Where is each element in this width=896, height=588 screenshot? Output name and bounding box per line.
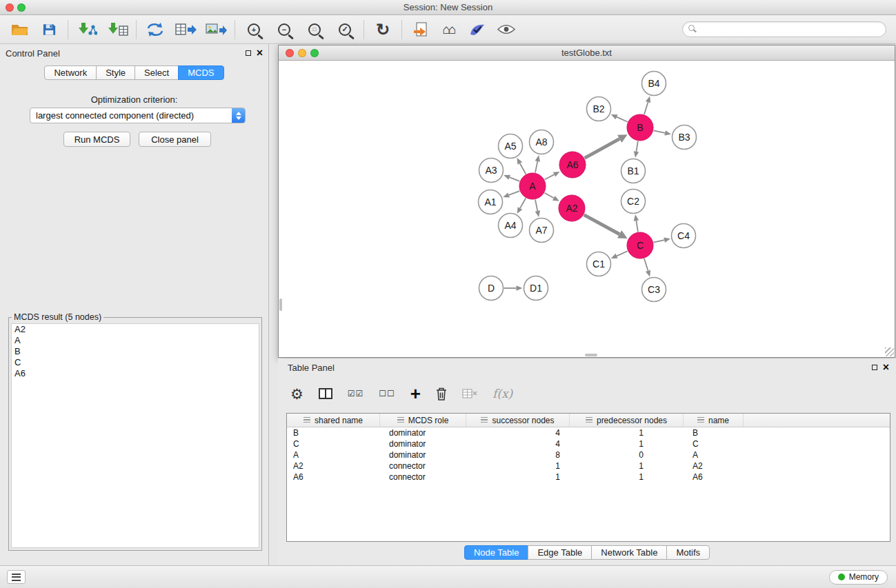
- edge-A-A3[interactable]: [510, 177, 520, 181]
- column-header-successor-nodes[interactable]: successor nodes: [466, 414, 570, 427]
- table-row[interactable]: A2connector11A2: [287, 460, 890, 472]
- table-cell[interactable]: connector: [380, 460, 466, 472]
- edge-B-B2[interactable]: [617, 117, 628, 122]
- edge-A-A6[interactable]: [545, 174, 555, 179]
- table-row[interactable]: Cdominator41C: [287, 438, 890, 449]
- table-cell[interactable]: 1: [570, 427, 684, 438]
- table-cell[interactable]: 1: [466, 460, 570, 472]
- show-columns-button[interactable]: [319, 383, 332, 405]
- vertical-scrollbar-thumb[interactable]: [279, 298, 282, 311]
- run-mcds-button[interactable]: Run MCDS: [63, 132, 130, 147]
- open-session-button[interactable]: [7, 18, 33, 41]
- refresh-button[interactable]: ↻: [370, 18, 396, 41]
- dropdown-stepper-icon[interactable]: [232, 108, 245, 123]
- table-cell[interactable]: A6: [684, 472, 744, 483]
- table-cell[interactable]: C: [287, 438, 380, 449]
- delete-column-button[interactable]: [462, 383, 477, 405]
- memory-button[interactable]: Memory: [829, 570, 888, 585]
- tab-style[interactable]: Style: [96, 65, 135, 80]
- network-canvas[interactable]: B4B2BB3A8A5A6A3B1AA1C2A2A4A7C4CC1C3DD1: [279, 61, 895, 357]
- table-cell[interactable]: A6: [287, 472, 380, 483]
- import-network-button[interactable]: [74, 18, 100, 41]
- delete-button[interactable]: [436, 383, 447, 405]
- result-item-a6[interactable]: A6: [12, 368, 259, 379]
- edge-A6-B[interactable]: [585, 139, 620, 158]
- resize-grip[interactable]: [885, 347, 894, 356]
- edge-A-A2[interactable]: [544, 193, 553, 199]
- mcds-result-list[interactable]: A2ABCA6: [11, 323, 259, 548]
- float-panel-icon[interactable]: [246, 50, 251, 56]
- result-item-c[interactable]: C: [12, 357, 259, 368]
- network-view[interactable]: B4B2BB3A8A5A6A3B1AA1C2A2A4A7C4CC1C3DD1: [279, 61, 895, 357]
- select-all-button[interactable]: ☑☑: [348, 383, 364, 405]
- edge-A-A8[interactable]: [535, 161, 537, 172]
- zoom-selected-button[interactable]: ✓: [332, 18, 358, 41]
- edge-C-C1[interactable]: [617, 251, 628, 256]
- column-header-shared-name[interactable]: shared name: [287, 414, 380, 427]
- table-cell[interactable]: 1: [570, 438, 684, 449]
- table-tab-edge-table[interactable]: Edge Table: [528, 545, 592, 560]
- table-cell[interactable]: C: [684, 438, 744, 449]
- task-history-button[interactable]: [7, 570, 26, 584]
- table-cell[interactable]: A: [684, 449, 744, 460]
- column-header-name[interactable]: name: [684, 414, 744, 427]
- open-recent-file-button[interactable]: [408, 18, 434, 41]
- zoom-in-button[interactable]: +: [241, 18, 267, 41]
- table-row[interactable]: A6connector11A6: [287, 472, 890, 483]
- edge-C-C2[interactable]: [636, 221, 638, 232]
- result-item-a[interactable]: A: [12, 335, 259, 346]
- close-table-panel-icon[interactable]: ×: [883, 364, 889, 371]
- column-header-mcds-role[interactable]: MCDS role: [380, 414, 466, 427]
- criterion-dropdown[interactable]: largest connected component (directed): [30, 108, 246, 123]
- apply-style-button[interactable]: [464, 18, 490, 41]
- table-cell[interactable]: 1: [570, 472, 684, 483]
- edge-A-A1[interactable]: [509, 191, 520, 195]
- search-input[interactable]: [682, 21, 886, 37]
- tab-select[interactable]: Select: [135, 65, 179, 80]
- table-cell[interactable]: 8: [466, 449, 570, 460]
- save-session-button[interactable]: [36, 18, 62, 41]
- horizontal-scrollbar-thumb[interactable]: [585, 354, 597, 356]
- table-cell[interactable]: dominator: [380, 438, 466, 449]
- table-cell[interactable]: 4: [466, 427, 570, 438]
- edge-B-B3[interactable]: [654, 130, 666, 133]
- edge-C-C3[interactable]: [644, 258, 648, 271]
- zoom-out-button[interactable]: −: [271, 18, 297, 41]
- table-tab-node-table[interactable]: Node Table: [464, 545, 529, 560]
- table-tab-network-table[interactable]: Network Table: [591, 545, 667, 560]
- import-table-button[interactable]: [104, 18, 130, 41]
- table-cell[interactable]: connector: [380, 472, 466, 483]
- function-builder-button[interactable]: f(x): [492, 383, 512, 405]
- result-item-a2[interactable]: A2: [12, 324, 259, 335]
- table-cell[interactable]: 0: [570, 449, 684, 460]
- show-home-button[interactable]: ⌂⌂: [435, 18, 461, 41]
- table-cell[interactable]: dominator: [380, 427, 466, 438]
- table-cell[interactable]: B: [684, 427, 744, 438]
- edge-A-A7[interactable]: [535, 200, 537, 211]
- table-cell[interactable]: 4: [466, 438, 570, 449]
- close-panel-icon[interactable]: ×: [257, 50, 263, 57]
- show-hide-button[interactable]: [493, 18, 519, 41]
- network-window-titlebar[interactable]: testGlobe.txt: [279, 45, 895, 61]
- result-item-b[interactable]: B: [12, 346, 259, 357]
- table-cell[interactable]: A2: [684, 460, 744, 472]
- export-image-button[interactable]: [203, 18, 229, 41]
- tab-mcds[interactable]: MCDS: [178, 65, 223, 80]
- edge-B-B1[interactable]: [636, 141, 637, 152]
- table-tab-motifs[interactable]: Motifs: [666, 545, 710, 560]
- table-cell[interactable]: dominator: [380, 449, 466, 460]
- column-header-predecessor-nodes[interactable]: predecessor nodes: [570, 414, 684, 427]
- table-cell[interactable]: 1: [570, 460, 684, 472]
- zoom-fit-button[interactable]: □: [301, 18, 328, 41]
- table-settings-button[interactable]: ⚙: [290, 383, 303, 405]
- table-cell[interactable]: A2: [287, 460, 380, 472]
- edge-A2-C[interactable]: [584, 215, 620, 234]
- table-cell[interactable]: A: [287, 449, 380, 460]
- edge-A-A4[interactable]: [520, 198, 526, 208]
- tab-network[interactable]: Network: [44, 65, 97, 80]
- export-network-button[interactable]: [142, 18, 168, 41]
- edge-B-B4[interactable]: [644, 102, 648, 114]
- export-table-button[interactable]: [172, 18, 199, 41]
- table-row[interactable]: Bdominator41B: [287, 427, 890, 438]
- float-table-panel-icon[interactable]: [872, 365, 877, 370]
